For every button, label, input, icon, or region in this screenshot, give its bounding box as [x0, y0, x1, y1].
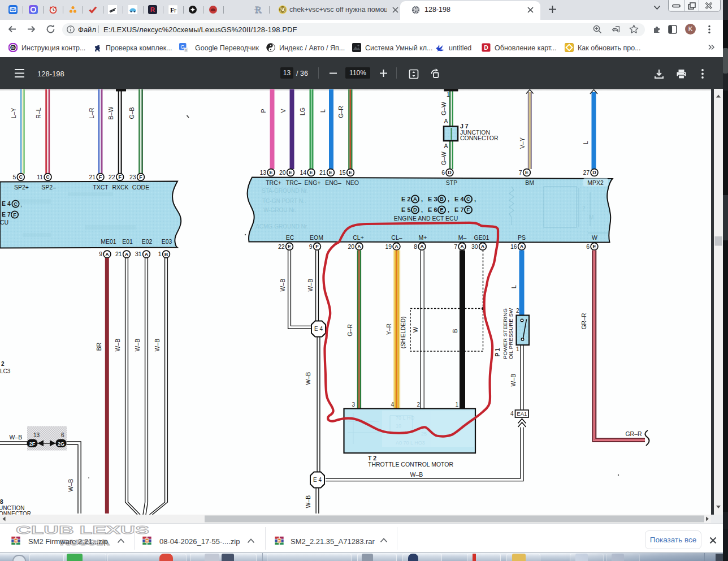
svg-text:21: 21 [319, 169, 326, 176]
svg-text:CLUB LEXUS: CLUB LEXUS [16, 524, 149, 536]
svg-text:EC: EC [286, 234, 294, 241]
svg-text:R: R [150, 6, 155, 13]
svg-text:E03: E03 [162, 238, 172, 245]
svg-text:,: , [20, 201, 22, 208]
svg-text:9: 9 [99, 251, 102, 257]
svg-text:ENG–: ENG– [325, 179, 341, 186]
svg-text:30: 30 [471, 243, 478, 250]
svg-text:W–B: W–B [114, 339, 121, 352]
svg-text:EOM: EOM [310, 234, 323, 241]
svg-text:M–: M– [458, 234, 467, 241]
svg-text:E 4: E 4 [454, 196, 464, 202]
svg-text:21: 21 [115, 251, 122, 257]
svg-text:6: 6 [586, 243, 590, 250]
svg-text:A0 70 L HO3: A0 70 L HO3 [396, 440, 425, 446]
svg-text:BM: BM [525, 179, 534, 186]
svg-text:F: F [315, 244, 319, 249]
svg-text:27: 27 [583, 169, 590, 176]
svg-text:F: F [118, 174, 122, 180]
svg-text:GR–R: GR–R [625, 430, 642, 437]
svg-text:T 2: T 2 [368, 455, 376, 461]
svg-text:,: , [448, 196, 449, 202]
svg-text:EA1: EA1 [517, 411, 527, 417]
svg-text:11: 11 [37, 174, 43, 180]
svg-text:Y–R: Y–R [385, 323, 392, 335]
svg-text:A: A [145, 252, 149, 257]
svg-text:20: 20 [348, 243, 354, 250]
svg-text:P 1: P 1 [495, 348, 501, 356]
svg-text:M: M [589, 214, 593, 221]
svg-text:A: A [444, 118, 448, 124]
svg-text:V: V [280, 109, 287, 113]
svg-text:D: D [11, 45, 15, 50]
svg-text:10: 10 [396, 423, 401, 429]
svg-text:E 7: E 7 [454, 206, 464, 213]
svg-text:,: , [448, 206, 449, 213]
svg-text:STP: STP [446, 179, 457, 186]
svg-text:19: 19 [385, 243, 392, 250]
svg-text:E: E [309, 170, 313, 175]
svg-text:1: 1 [158, 251, 162, 257]
svg-text:CL–: CL– [391, 234, 402, 241]
svg-text:2F: 2F [29, 441, 36, 447]
svg-text:2: 2 [582, 205, 586, 212]
svg-text:W–B: W–B [305, 495, 311, 508]
svg-text:CODE: CODE [132, 184, 149, 191]
svg-text:W–B: W–B [279, 279, 286, 292]
svg-text:E02: E02 [142, 238, 153, 245]
svg-text:2: 2 [1, 361, 5, 367]
svg-text:L: L [510, 285, 517, 288]
svg-text:E: E [288, 244, 291, 249]
svg-text:21: 21 [89, 174, 96, 180]
svg-text:1: 1 [447, 92, 450, 98]
svg-text:F: F [174, 8, 176, 14]
svg-text:2: 2 [516, 308, 519, 314]
svg-text:STA-GROUND Nr.: STA-GROUND Nr. [262, 188, 308, 194]
svg-text:23: 23 [129, 174, 136, 180]
svg-text:C: C [46, 174, 50, 180]
svg-text:SP2+: SP2+ [14, 184, 29, 191]
svg-text:7: 7 [519, 169, 522, 176]
svg-text:ENG+: ENG+ [305, 179, 321, 186]
svg-text:CU: CU [0, 219, 8, 226]
svg-text:ENGINE AND ECT ECU: ENGINE AND ECT ECU [394, 215, 458, 222]
svg-text:L: L [319, 109, 326, 113]
svg-text:1: 1 [516, 346, 519, 352]
svg-text:8: 8 [414, 243, 417, 250]
svg-text:D: D [484, 44, 488, 51]
svg-text:6: 6 [61, 432, 64, 438]
svg-text:A: A [520, 244, 524, 249]
svg-text:G–R: G–R [337, 106, 344, 118]
svg-text:B: B [164, 252, 168, 257]
svg-text:E 5: E 5 [401, 206, 411, 213]
svg-text:B: B [440, 196, 444, 202]
svg-text:G–W: G–W [440, 152, 447, 165]
svg-text:6: 6 [441, 169, 445, 176]
svg-text:E 4: E 4 [2, 200, 11, 207]
svg-text:,: , [421, 196, 423, 202]
svg-text:L–R: L–R [88, 107, 95, 119]
svg-text:G: G [180, 44, 184, 50]
svg-text:SP2–: SP2– [41, 184, 56, 191]
svg-text:20: 20 [279, 169, 286, 176]
svg-text:E: E [592, 244, 596, 249]
svg-text:CL+: CL+ [353, 234, 364, 241]
svg-text:D: D [592, 170, 596, 175]
svg-text:C: C [466, 196, 470, 202]
svg-text:15: 15 [339, 169, 346, 176]
svg-text:16: 16 [510, 243, 517, 250]
svg-text:W: W [592, 234, 597, 241]
svg-text:RXCK: RXCK [112, 184, 128, 191]
svg-text:3: 3 [352, 402, 355, 408]
svg-text:E: E [349, 170, 352, 175]
svg-text:W–B: W–B [410, 471, 423, 478]
svg-text:2G: 2G [58, 441, 64, 447]
svg-text:TC-GN PORT N..: TC-GN PORT N.. [262, 198, 306, 204]
svg-text:,: , [421, 206, 423, 213]
svg-text:F: F [13, 212, 16, 218]
svg-text:E: E [329, 170, 332, 175]
svg-text:2: 2 [417, 402, 420, 408]
svg-text:TRC+: TRC+ [266, 179, 281, 186]
svg-text:5: 5 [13, 174, 16, 180]
svg-text:C: C [14, 201, 18, 207]
